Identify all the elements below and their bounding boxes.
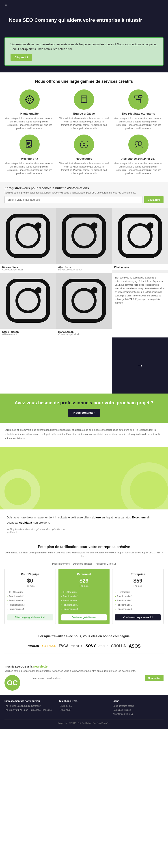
svg-rect-16	[26, 141, 31, 147]
newsletter2-title: Inscrivez-vous à la newsletter	[4, 664, 164, 668]
portfolio-role-4: référencement	[2, 333, 54, 336]
footer-col-links: Liens Sous-domaine gratuit Domaines illi…	[113, 700, 164, 716]
footer-col-address: Emplacement de notre bureau The Interior…	[4, 700, 55, 716]
newsletter-email-input[interactable]	[4, 196, 142, 204]
pricing-price-free: $0	[7, 578, 53, 584]
about-section: Lorem sed at lorem velit, quo exercitati…	[0, 423, 168, 447]
pricing-subtitle: Commencez à utiliser votre plan hébergem…	[4, 551, 164, 558]
portfolio-arrow[interactable]: →	[112, 338, 168, 394]
feature-item: 15 utilisateurs	[115, 590, 161, 594]
pro-cta-section: Avez-vous besoin de professionnels pour …	[0, 394, 168, 423]
service-icon-quality	[20, 90, 40, 110]
partners-section: Lorsque travaillez avec nous, vous êtes …	[0, 630, 168, 660]
partner-logo-amazon: amazon	[28, 644, 39, 648]
pricing-link1: Pages Bénévoles	[52, 563, 70, 565]
partner-logo-asos: ASOS	[129, 644, 140, 649]
pricing-link2: Donations illimitées	[73, 563, 92, 565]
partners-logos: amazon ✦BINANCE EVGA TESLA SONY crocs™ C…	[4, 641, 164, 651]
footer-link-2[interactable]: Domaines illimités	[113, 708, 164, 712]
newsletter-submit-button[interactable]: Soumettre	[144, 196, 164, 204]
partner-logo-binance: ✦BINANCE	[41, 645, 56, 648]
pricing-button-enterprise[interactable]: Continuer chaque annee ici	[115, 614, 161, 620]
pricing-card-enterprise: Entreprise $59 Par mois 15 utilisateurs …	[112, 569, 164, 624]
portfolio-item-2[interactable]: Alice Perry DÉVELOPPEUR senior	[56, 208, 112, 273]
newsletter2-row: Soumettre	[29, 675, 164, 681]
pricing-button-personal[interactable]: Continuer gratuitement	[61, 614, 107, 620]
feature-item: Fonctionnalité 3	[61, 603, 107, 607]
feature-item: 15 utilisateurs	[61, 590, 107, 594]
feature-item: Fonctionnalité 2	[115, 598, 161, 603]
pricing-period-personal: Par mois	[61, 585, 107, 587]
quote-text: Duis aute irure dolor in reprehenderit i…	[7, 515, 161, 525]
svg-rect-12	[138, 95, 142, 98]
newsletter-form: Soumettre	[4, 196, 164, 204]
footer-link-3[interactable]: Assistance 24h et 7j	[113, 712, 164, 716]
hamburger-menu-icon[interactable]: ≡	[4, 3, 7, 7]
service-desc-creative: Vitae volutpat tellus mauris a diam maec…	[59, 117, 109, 130]
contact-button[interactable]: Nous contacter	[68, 409, 100, 416]
newsletter2-email-input[interactable]	[29, 675, 143, 681]
svg-rect-6	[81, 96, 87, 102]
svg-point-36	[73, 289, 95, 312]
cta-text: Voulez-vous démarrer une entreprise, mai…	[10, 42, 158, 52]
footer-phone-title: Téléphone (Fax)	[59, 700, 109, 702]
service-item-quality: Haute qualité Vitae volutpat tellus maur…	[4, 90, 55, 130]
svg-point-20	[83, 144, 85, 146]
quote-attribution: — May Hawkes, directrice générale des op…	[7, 528, 161, 530]
services-section: Nous offrons une large gamme de services…	[0, 72, 168, 182]
pricing-price-enterprise: $59	[115, 578, 161, 584]
service-icon-support	[128, 134, 148, 155]
feature-item: Fonctionnalité4	[61, 607, 107, 611]
footer-address-title: Emplacement de notre bureau	[4, 700, 55, 702]
svg-point-33	[17, 289, 39, 312]
pricing-plan-name-free: Pour l'équipe	[7, 572, 53, 576]
newsletter-desc: Veuillez être le premier à les res actua…	[4, 191, 164, 194]
cta-button[interactable]: Cliquez ici	[10, 54, 32, 61]
service-item-creative: Équipe créative Vitae volutpat tellus ma…	[59, 90, 109, 130]
hero-section: Nous SEO Company qui aidera votre entrep…	[0, 10, 168, 37]
newsletter-title: Enregistrez-vous pour recevoir le bullet…	[4, 186, 164, 190]
svg-rect-15	[138, 99, 141, 103]
feature-item: Fonctionnalité 1	[7, 594, 53, 598]
portfolio-item-3[interactable]: Photographe	[112, 208, 168, 273]
portfolio-name-5: Maria Larson	[58, 331, 110, 333]
yellow-section	[0, 447, 168, 509]
pricing-button-free[interactable]: Télécharger gratuitement ici	[7, 614, 53, 620]
pricing-grid: Pour l'équipe $0 Par mois 15 utilisateur…	[4, 569, 164, 624]
portfolio-item-4[interactable]: Steve Hudson référencement	[0, 273, 56, 338]
portfolio-item-1[interactable]: Nicolas Stone Concepteur principal	[0, 208, 56, 273]
svg-point-1	[28, 98, 31, 101]
footer-link-1[interactable]: Sous-domaine gratuit	[113, 704, 164, 708]
footer-links-title: Liens	[113, 700, 164, 702]
svg-rect-10	[134, 96, 138, 98]
portfolio-role-1: Concepteur principal	[2, 269, 54, 271]
newsletter2-submit-button[interactable]: Soumettre	[145, 675, 164, 681]
portfolio-item-5[interactable]: Maria Larson Concepteur principal	[56, 273, 112, 338]
pricing-features-enterprise: 15 utilisateurs Fonctionnalité 1 Fonctio…	[115, 590, 161, 611]
footer-phone2[interactable]: +915 32 506	[59, 708, 109, 712]
svg-point-34	[35, 287, 41, 293]
footer-address: The Courtyard, Al Quoz 1, Colonade, Fran…	[4, 708, 55, 712]
service-item-support: Assistance 24h/24 et 7j/7 Vitae volutpat…	[113, 134, 164, 175]
arrow-right-icon: →	[136, 362, 143, 370]
portfolio-role-5: Concepteur principal	[58, 333, 110, 336]
feature-item: Fonctionnalité 1	[61, 594, 107, 598]
footer-phone1[interactable]: +913 588 897	[59, 704, 109, 708]
portfolio-grid: Nicolas Stone Concepteur principal Alice…	[0, 208, 168, 394]
service-item-results: Des résultats étonnants Vitae volutpat t…	[113, 90, 164, 130]
portfolio-name-3: Photographe	[114, 266, 166, 269]
portfolio-role-2: DÉVELOPPEUR senior	[58, 269, 110, 271]
svg-point-27	[73, 225, 95, 247]
partners-title: Lorsque travaillez avec nous, vous êtes …	[4, 634, 164, 638]
swoosh-decor-2	[121, 462, 168, 509]
pricing-features-free: 15 utilisateurs Fonctionnalité 1 Fonctio…	[7, 590, 53, 611]
footer-company: The Interior Design Studio Company	[4, 704, 55, 708]
portfolio-testimonial-text: Bien que nous ne soyons pas la première …	[115, 276, 165, 305]
svg-rect-29	[120, 216, 160, 256]
svg-point-37	[91, 287, 97, 293]
feature-item: Fonctionnalité4	[7, 607, 53, 611]
service-title-new: Nouveautés	[59, 157, 109, 160]
service-title-quality: Haute qualité	[4, 112, 55, 115]
partner-logo-tesla: TESLA	[71, 645, 83, 648]
partner-logo-sony: SONY	[86, 644, 96, 648]
